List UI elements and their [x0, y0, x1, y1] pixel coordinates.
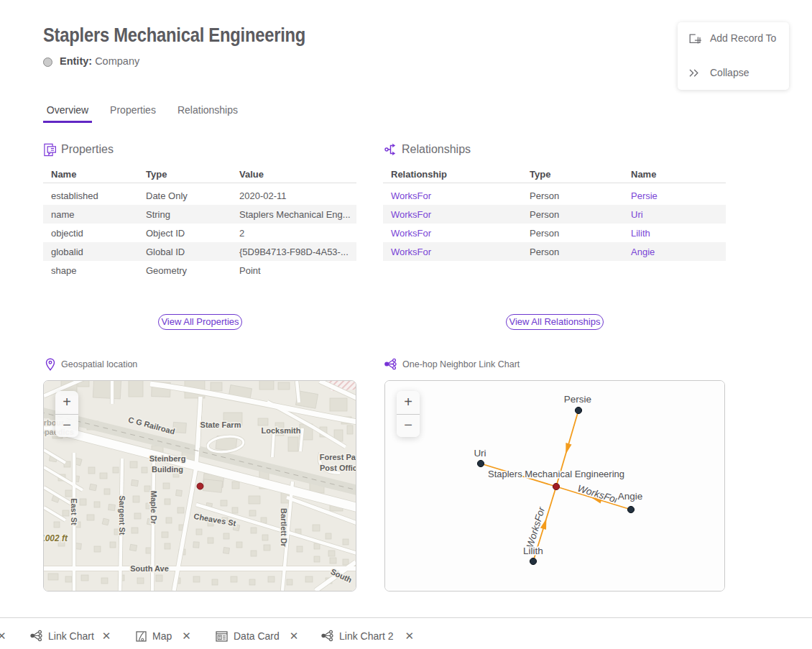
- svg-text:Persie: Persie: [564, 394, 591, 405]
- svg-text:Maple Dr: Maple Dr: [149, 491, 158, 525]
- svg-text:Steinberg: Steinberg: [149, 454, 186, 463]
- svg-text:Uri: Uri: [474, 448, 486, 459]
- svg-text:Forest Par: Forest Par: [320, 453, 356, 461]
- svg-text:South Ave: South Ave: [130, 564, 169, 573]
- svg-text:Lilith: Lilith: [523, 546, 543, 556]
- svg-text:Building: Building: [152, 465, 183, 474]
- svg-text:Sargent St: Sargent St: [118, 495, 126, 535]
- svg-text:State Farm: State Farm: [200, 420, 241, 429]
- svg-text:Post Offic: Post Offic: [320, 464, 356, 472]
- svg-text:Locksmith: Locksmith: [261, 426, 300, 435]
- svg-text:1002 ft: 1002 ft: [44, 533, 68, 543]
- svg-text:Staplers Mechanical Engineerin: Staplers Mechanical Engineering: [488, 469, 624, 479]
- svg-text:East St: East St: [70, 498, 78, 525]
- svg-text:Angie: Angie: [618, 491, 643, 502]
- svg-text:Bartlett Dr: Bartlett Dr: [280, 508, 288, 548]
